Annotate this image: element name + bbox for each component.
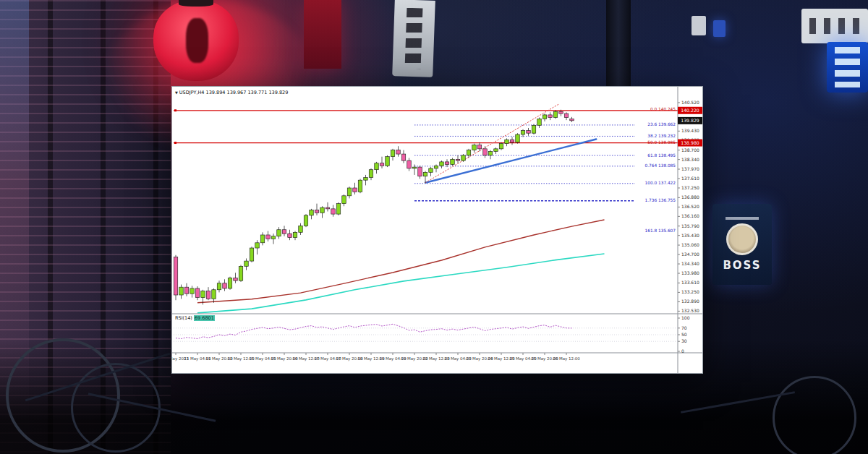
blue-neon-sign <box>827 42 868 93</box>
svg-text:100.0 137.422: 100.0 137.422 <box>645 181 676 185</box>
bicycle-wheel <box>773 376 856 454</box>
boss-logo-icon <box>726 223 758 255</box>
svg-text:133.980: 133.980 <box>681 270 699 275</box>
red-lantern <box>153 0 239 81</box>
svg-text:135.430: 135.430 <box>681 233 699 238</box>
svg-text:138.700: 138.700 <box>681 147 699 153</box>
symbol-ohlc-line: ▼USDJPY,H4 139.894 139.967 139.771 139.8… <box>175 90 288 95</box>
svg-text:0.764 138.085: 0.764 138.085 <box>645 163 676 168</box>
svg-text:135.060: 135.060 <box>681 242 699 247</box>
chart-canvas[interactable]: 0.0 140.24523.6 139.66238.2 139.23250.0 … <box>172 87 702 373</box>
svg-text:1.736 136.755: 1.736 136.755 <box>645 198 676 202</box>
svg-text:133.610: 133.610 <box>681 280 699 285</box>
svg-text:138.340: 138.340 <box>681 157 699 162</box>
red-curtain <box>304 0 341 69</box>
rsi-value: 69.6801 <box>194 315 215 321</box>
white-banner <box>392 0 435 77</box>
rsi-indicator-label: RSI(14) 69.6801 <box>175 315 215 321</box>
svg-text:0.0 140.245: 0.0 140.245 <box>650 107 676 111</box>
trading-chart-window[interactable]: 0.0 140.24523.6 139.66238.2 139.23250.0 … <box>171 86 703 374</box>
small-white-sign <box>692 16 706 35</box>
svg-text:134.700: 134.700 <box>681 252 699 257</box>
boss-sign-label: BOSS <box>723 259 761 272</box>
bicycle-wheel <box>71 363 161 453</box>
svg-text:0: 0 <box>681 348 684 354</box>
svg-text:140.220: 140.220 <box>681 108 699 113</box>
svg-text:138.980: 138.980 <box>681 140 699 145</box>
svg-text:38.2 139.232: 38.2 139.232 <box>647 134 676 138</box>
svg-text:132.890: 132.890 <box>681 299 699 304</box>
svg-text:140.520: 140.520 <box>681 100 699 105</box>
white-shop-sign <box>801 9 868 43</box>
svg-text:50.0 138.985: 50.0 138.985 <box>647 140 676 145</box>
small-blue-sign <box>713 20 726 37</box>
svg-text:134.340: 134.340 <box>681 261 699 266</box>
svg-text:161.8 135.607: 161.8 135.607 <box>645 228 676 233</box>
svg-text:135.790: 135.790 <box>681 223 699 228</box>
symbol-dropdown-icon[interactable]: ▼ <box>175 90 178 95</box>
svg-text:70: 70 <box>681 325 687 330</box>
svg-text:133.250: 133.250 <box>681 289 699 294</box>
svg-text:136.520: 136.520 <box>681 204 699 209</box>
svg-text:136.160: 136.160 <box>681 213 699 218</box>
svg-text:26 May 12:00: 26 May 12:00 <box>553 356 580 361</box>
svg-text:139.430: 139.430 <box>681 128 699 133</box>
svg-text:50: 50 <box>681 332 687 337</box>
svg-text:132.530: 132.530 <box>681 308 699 313</box>
boss-sign-stripe <box>726 217 759 220</box>
svg-text:136.880: 136.880 <box>681 194 699 200</box>
symbol-ohlc-text: USDJPY,H4 139.894 139.967 139.771 139.82… <box>179 90 288 95</box>
svg-text:137.970: 137.970 <box>681 166 699 171</box>
svg-text:30: 30 <box>681 338 687 343</box>
svg-text:137.250: 137.250 <box>681 185 699 190</box>
svg-text:139.829: 139.829 <box>681 118 699 123</box>
svg-text:100: 100 <box>681 315 690 320</box>
rsi-name: RSI(14) <box>175 315 192 321</box>
svg-text:137.610: 137.610 <box>681 176 699 181</box>
svg-text:61.8 138.495: 61.8 138.495 <box>647 153 676 158</box>
svg-text:23.6 139.662: 23.6 139.662 <box>647 122 676 127</box>
boss-vending-sign: BOSS <box>712 204 772 285</box>
